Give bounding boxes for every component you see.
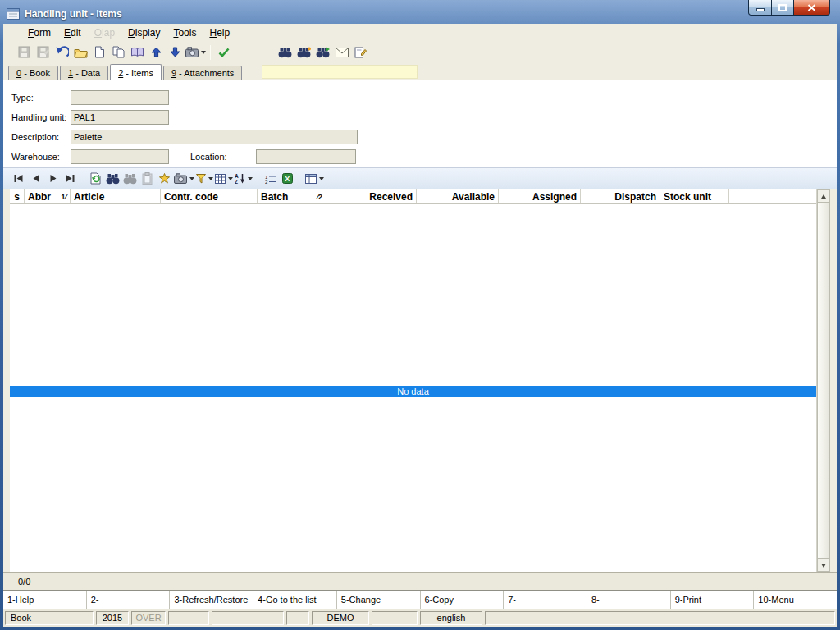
quick-info-box[interactable] xyxy=(262,65,418,79)
vertical-scrollbar[interactable] xyxy=(816,189,830,572)
scroll-up-button[interactable] xyxy=(817,189,830,203)
window-title: Handling unit - items xyxy=(25,8,122,20)
no-data-banner: No data xyxy=(10,386,816,397)
close-icon xyxy=(807,4,816,11)
column-header-s[interactable]: s xyxy=(10,189,25,203)
column-header-received[interactable]: Received xyxy=(326,189,417,203)
fkey-10-menu[interactable]: 10-Menu xyxy=(754,591,837,609)
tab-items[interactable]: 2 - Items xyxy=(110,64,162,80)
column-header-batch[interactable]: Batch⁄2 xyxy=(258,189,326,203)
grid-insert-button[interactable] xyxy=(156,171,173,187)
arrow-up-icon xyxy=(151,47,162,57)
dropdown-arrow-icon xyxy=(319,177,324,180)
location-field[interactable] xyxy=(256,149,356,164)
status-empty-3 xyxy=(286,611,309,625)
grid-layout-dropdown-button[interactable] xyxy=(214,171,234,187)
warehouse-field[interactable] xyxy=(71,149,169,164)
minimize-button[interactable] xyxy=(748,0,772,16)
grid-paste-button xyxy=(139,171,156,187)
save-as-button xyxy=(34,43,52,62)
fkey-7[interactable]: 7- xyxy=(504,591,587,609)
fkey-5-change[interactable]: 5-Change xyxy=(337,591,421,609)
new-button[interactable] xyxy=(90,43,109,62)
grid-find-button[interactable] xyxy=(104,171,121,187)
column-header-abbr[interactable]: Abbr1⁄ xyxy=(25,189,71,203)
sort-dropdown-button[interactable]: AZ xyxy=(234,171,253,187)
move-up-button[interactable] xyxy=(147,43,166,62)
dropdown-arrow-icon xyxy=(189,177,194,180)
toolbar-separator xyxy=(210,45,211,60)
menu-tools[interactable]: Tools xyxy=(167,25,203,41)
menu-form[interactable]: Form xyxy=(21,25,57,41)
refresh-grid-button[interactable] xyxy=(87,171,104,187)
client-area: Form Edit Olap Display Tools Help xyxy=(3,24,837,627)
fkey-8[interactable]: 8- xyxy=(587,591,671,609)
move-down-button[interactable] xyxy=(166,43,185,62)
fkey-3-refresh-restore[interactable]: 3-Refresh/Restore xyxy=(170,591,253,609)
filter-funnel-icon xyxy=(196,174,206,184)
form-row-warehouse: Warehouse: Location: xyxy=(11,149,837,164)
dropdown-arrow-icon xyxy=(248,177,253,180)
description-label: Description: xyxy=(11,132,71,142)
excel-export-button[interactable]: X xyxy=(279,171,296,187)
notes-button[interactable] xyxy=(351,43,370,62)
status-empty-5 xyxy=(485,611,835,625)
undo-button[interactable] xyxy=(52,43,71,62)
fkey-4-go-to-list[interactable]: 4-Go to the list xyxy=(253,591,337,609)
svg-text:2: 2 xyxy=(265,180,268,184)
snapshot-dropdown-button[interactable] xyxy=(185,43,207,62)
table-view-icon xyxy=(305,174,317,184)
find-next-button[interactable] xyxy=(294,43,313,62)
copy-button[interactable] xyxy=(109,43,128,62)
column-header-assigned[interactable]: Assigned xyxy=(499,189,581,203)
menu-help[interactable]: Help xyxy=(203,25,236,41)
next-record-button[interactable] xyxy=(44,171,62,187)
tab-attachments[interactable]: 9 - Attachments xyxy=(163,66,242,80)
star-icon xyxy=(159,173,170,184)
find-goto-button[interactable] xyxy=(313,43,332,62)
app-icon xyxy=(7,8,20,20)
window-controls xyxy=(749,0,830,16)
menu-edit[interactable]: Edit xyxy=(57,25,88,41)
grid-snapshot-dropdown-button[interactable] xyxy=(173,171,195,187)
first-record-button[interactable] xyxy=(10,171,27,187)
menu-display[interactable]: Display xyxy=(121,25,167,41)
scroll-down-icon xyxy=(821,564,826,568)
tab-data[interactable]: 1 - Data xyxy=(60,66,108,80)
camera-icon xyxy=(174,173,187,184)
scrollbar-thumb[interactable] xyxy=(817,203,830,559)
record-counter-bar: 0/0 xyxy=(3,572,837,590)
app-window: Handling unit - items Form Edit Olap Dis… xyxy=(0,0,840,630)
type-field[interactable] xyxy=(71,90,169,105)
open-button[interactable] xyxy=(71,43,90,62)
handling-unit-field[interactable] xyxy=(71,110,169,125)
previous-record-button[interactable] xyxy=(27,171,44,187)
fkey-2[interactable]: 2- xyxy=(87,591,171,609)
column-header-dispatch[interactable]: Dispatch xyxy=(581,189,660,203)
save-button xyxy=(15,43,34,62)
book-button[interactable] xyxy=(128,43,147,62)
row-numbers-button[interactable]: 12 xyxy=(262,171,279,187)
column-header-contr-code[interactable]: Contr. code xyxy=(161,189,258,203)
row-numbers-icon: 12 xyxy=(265,174,276,184)
fkey-1-help[interactable]: 1-Help xyxy=(3,591,87,609)
column-header-available[interactable]: Available xyxy=(417,189,499,203)
status-empty-4 xyxy=(372,611,418,625)
find-button[interactable] xyxy=(276,43,294,62)
column-header-article[interactable]: Article xyxy=(71,189,161,203)
description-field[interactable] xyxy=(71,130,358,144)
table-view-dropdown-button[interactable] xyxy=(304,171,325,187)
column-header-stock-unit[interactable]: Stock unit xyxy=(660,189,729,203)
save-icon xyxy=(18,46,30,58)
fkey-6-copy[interactable]: 6-Copy xyxy=(421,591,504,609)
scroll-down-button[interactable] xyxy=(817,559,830,572)
filter-dropdown-button[interactable] xyxy=(195,171,214,187)
binoculars-goto-icon xyxy=(316,47,330,58)
last-record-button[interactable] xyxy=(62,171,79,187)
tab-book[interactable]: 0 - Book xyxy=(8,66,58,80)
maximize-button[interactable] xyxy=(771,0,794,16)
close-button[interactable] xyxy=(793,0,830,16)
validate-button[interactable] xyxy=(214,43,233,62)
fkey-9-print[interactable]: 9-Print xyxy=(671,591,755,609)
mail-button[interactable] xyxy=(332,43,351,62)
